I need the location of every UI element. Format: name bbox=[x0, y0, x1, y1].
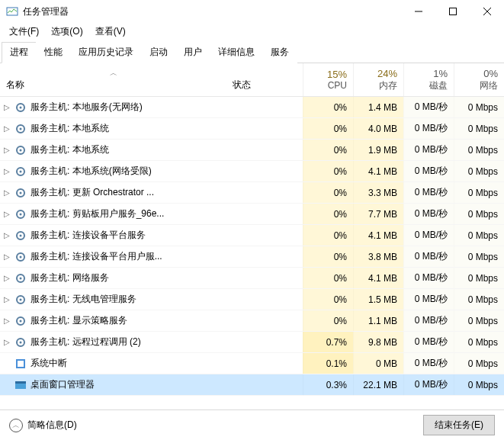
tab-3[interactable]: 启动 bbox=[141, 42, 176, 63]
cell-disk: 0 MB/秒 bbox=[403, 118, 454, 139]
cell-mem: 4.1 MB bbox=[353, 268, 403, 288]
process-list[interactable]: ▷服务主机: 本地服务(无网络)0%1.4 MB0 MB/秒0 Mbps▷服务主… bbox=[0, 97, 504, 409]
sys-icon bbox=[14, 358, 27, 370]
expand-icon[interactable]: ▷ bbox=[0, 188, 14, 197]
minimize-button[interactable] bbox=[401, 0, 435, 23]
cell-net: 0 Mbps bbox=[454, 332, 504, 352]
cell-disk: 0 MB/秒 bbox=[403, 161, 454, 181]
col-header-net[interactable]: 0% 网络 bbox=[454, 63, 504, 96]
table-row[interactable]: ▷服务主机: 更新 Orchestrator ...0%3.3 MB0 MB/秒… bbox=[0, 182, 504, 204]
column-headers: ︿ 名称 状态 15% CPU 24% 内存 1% 磁盘 0% 网络 bbox=[0, 63, 504, 97]
col-header-disk[interactable]: 1% 磁盘 bbox=[403, 63, 454, 96]
process-name: 服务主机: 本地服务(无网络) bbox=[30, 101, 226, 114]
menu-view[interactable]: 查看(V) bbox=[89, 24, 132, 40]
expand-icon[interactable]: ▷ bbox=[0, 338, 14, 346]
process-name: 服务主机: 显示策略服务 bbox=[30, 314, 226, 327]
svg-rect-32 bbox=[15, 381, 26, 384]
svg-point-14 bbox=[20, 191, 22, 194]
cell-disk: 0 MB/秒 bbox=[403, 182, 454, 203]
svg-point-8 bbox=[20, 127, 22, 130]
svg-rect-2 bbox=[449, 8, 456, 15]
cell-mem: 4.1 MB bbox=[353, 225, 403, 246]
process-name: 服务主机: 远程过程调用 (2) bbox=[30, 336, 226, 348]
maximize-button[interactable] bbox=[435, 0, 470, 23]
svg-point-10 bbox=[20, 149, 22, 151]
expand-icon[interactable]: ▷ bbox=[0, 103, 14, 111]
expand-icon[interactable]: ▷ bbox=[0, 146, 14, 154]
cell-net: 0 Mbps bbox=[454, 374, 504, 395]
tab-2[interactable]: 应用历史记录 bbox=[70, 42, 142, 63]
expand-icon[interactable]: ▷ bbox=[0, 295, 14, 304]
gear-icon bbox=[14, 272, 27, 284]
process-name: 服务主机: 本地系统(网络受限) bbox=[30, 165, 226, 178]
tab-0[interactable]: 进程 bbox=[2, 42, 37, 63]
col-header-cpu[interactable]: 15% CPU bbox=[303, 63, 353, 96]
table-row[interactable]: ▷服务主机: 本地系统0%4.0 MB0 MB/秒0 Mbps bbox=[0, 118, 504, 140]
cell-cpu: 0% bbox=[303, 140, 353, 160]
process-name: 服务主机: 连接设备平台服务 bbox=[30, 229, 226, 242]
table-row[interactable]: ▷服务主机: 本地系统0%1.9 MB0 MB/秒0 Mbps bbox=[0, 140, 504, 161]
tab-1[interactable]: 性能 bbox=[36, 42, 71, 63]
cell-disk: 0 MB/秒 bbox=[403, 289, 454, 310]
tab-4[interactable]: 用户 bbox=[175, 42, 210, 63]
table-row[interactable]: ▷服务主机: 连接设备平台用户服...0%3.8 MB0 MB/秒0 Mbps bbox=[0, 246, 504, 268]
col-header-cpu-pct: 15% bbox=[327, 69, 347, 80]
expand-icon[interactable]: ▷ bbox=[0, 124, 14, 133]
gear-icon bbox=[14, 336, 27, 348]
app-icon bbox=[6, 5, 18, 18]
tab-5[interactable]: 详细信息 bbox=[210, 42, 263, 63]
process-name: 服务主机: 连接设备平台用户服... bbox=[30, 250, 226, 263]
gear-icon bbox=[14, 230, 27, 242]
gear-icon bbox=[14, 315, 27, 327]
end-task-button[interactable]: 结束任务(E) bbox=[423, 415, 495, 435]
col-header-mem[interactable]: 24% 内存 bbox=[353, 63, 403, 96]
fewer-details-button[interactable]: ︿ 简略信息(D) bbox=[9, 419, 423, 432]
cell-net: 0 Mbps bbox=[454, 246, 504, 267]
cell-disk: 0 MB/秒 bbox=[403, 140, 454, 160]
cell-cpu: 0% bbox=[303, 225, 353, 246]
tab-6[interactable]: 服务 bbox=[262, 42, 297, 63]
table-row[interactable]: ▷服务主机: 远程过程调用 (2)0.7%9.8 MB0 MB/秒0 Mbps bbox=[0, 332, 504, 353]
expand-icon[interactable]: ▷ bbox=[0, 316, 14, 325]
expand-icon[interactable]: ▷ bbox=[0, 252, 14, 261]
table-row[interactable]: ▷服务主机: 连接设备平台服务0%4.1 MB0 MB/秒0 Mbps bbox=[0, 225, 504, 246]
table-row[interactable]: 桌面窗口管理器0.3%22.1 MB0 MB/秒0 Mbps bbox=[0, 374, 504, 396]
cell-mem: 4.1 MB bbox=[353, 161, 403, 181]
cell-mem: 4.0 MB bbox=[353, 118, 403, 139]
col-header-status[interactable]: 状态 bbox=[226, 63, 303, 96]
gear-icon bbox=[14, 187, 27, 199]
cell-cpu: 0% bbox=[303, 310, 353, 331]
table-row[interactable]: ▷服务主机: 本地服务(无网络)0%1.4 MB0 MB/秒0 Mbps bbox=[0, 97, 504, 118]
cell-cpu: 0% bbox=[303, 204, 353, 224]
cell-mem: 3.3 MB bbox=[353, 182, 403, 203]
cell-net: 0 Mbps bbox=[454, 289, 504, 310]
close-button[interactable] bbox=[470, 0, 504, 23]
cell-cpu: 0% bbox=[303, 161, 353, 181]
cell-mem: 1.5 MB bbox=[353, 289, 403, 310]
cell-cpu: 0% bbox=[303, 289, 353, 310]
gear-icon bbox=[14, 123, 27, 135]
table-row[interactable]: ▷服务主机: 剪贴板用户服务_96e...0%7.7 MB0 MB/秒0 Mbp… bbox=[0, 204, 504, 225]
col-header-disk-label: 磁盘 bbox=[429, 79, 448, 92]
svg-point-26 bbox=[20, 320, 22, 322]
expand-icon[interactable]: ▷ bbox=[0, 274, 14, 282]
cell-cpu: 0.7% bbox=[303, 332, 353, 352]
svg-point-28 bbox=[20, 341, 22, 343]
table-row[interactable]: ▷服务主机: 网络服务0%4.1 MB0 MB/秒0 Mbps bbox=[0, 268, 504, 289]
cell-cpu: 0% bbox=[303, 246, 353, 267]
col-header-mem-pct: 24% bbox=[377, 68, 397, 79]
menu-file[interactable]: 文件(F) bbox=[3, 24, 45, 40]
expand-icon[interactable]: ▷ bbox=[0, 210, 14, 218]
cell-cpu: 0% bbox=[303, 182, 353, 203]
col-header-name[interactable]: ︿ 名称 bbox=[0, 63, 226, 96]
cell-net: 0 Mbps bbox=[454, 204, 504, 224]
table-row[interactable]: ▷服务主机: 本地系统(网络受限)0%4.1 MB0 MB/秒0 Mbps bbox=[0, 161, 504, 182]
table-row[interactable]: 系统中断0.1%0 MB0 MB/秒0 Mbps bbox=[0, 353, 504, 374]
table-row[interactable]: ▷服务主机: 显示策略服务0%1.1 MB0 MB/秒0 Mbps bbox=[0, 310, 504, 332]
expand-icon[interactable]: ▷ bbox=[0, 231, 14, 239]
menu-options[interactable]: 选项(O) bbox=[45, 24, 88, 40]
expand-icon[interactable]: ▷ bbox=[0, 167, 14, 175]
gear-icon bbox=[14, 208, 27, 220]
table-row[interactable]: ▷服务主机: 无线电管理服务0%1.5 MB0 MB/秒0 Mbps bbox=[0, 289, 504, 310]
svg-point-20 bbox=[20, 255, 22, 258]
